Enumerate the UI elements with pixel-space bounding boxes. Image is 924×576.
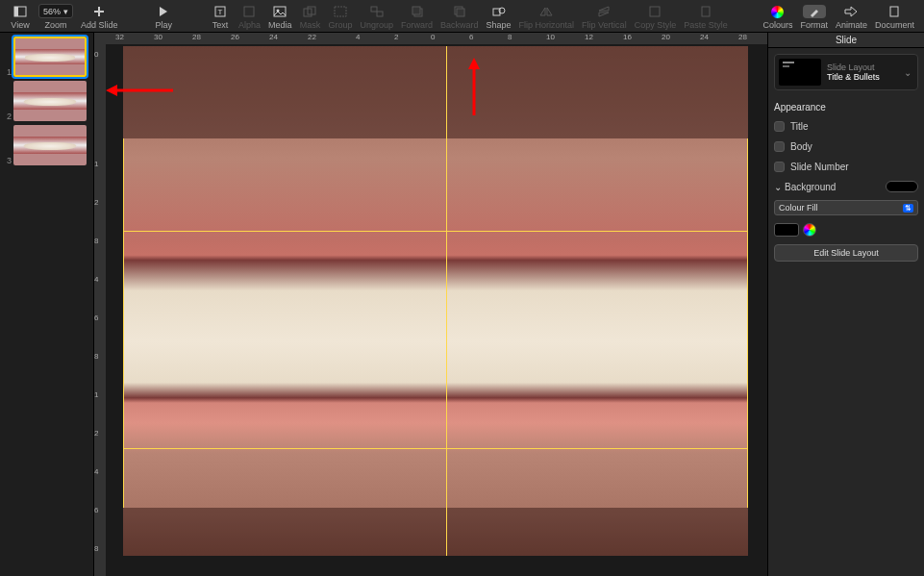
title-checkbox-row[interactable]: Title (774, 120, 918, 133)
svg-rect-5 (274, 7, 286, 16)
shape-icon (492, 5, 506, 18)
flip-horizontal-button: Flip Horizontal (515, 5, 579, 30)
colours-button[interactable]: Colours (759, 5, 796, 30)
slide-thumbnail[interactable] (13, 37, 87, 77)
text-icon: T (214, 5, 226, 18)
background-disclosure[interactable]: ⌄ Background (774, 182, 836, 192)
mask-icon (303, 5, 316, 18)
crop-guide-left[interactable] (123, 138, 124, 508)
ruler-vertical: 0 1 2 8 4 6 8 1 2 4 6 8 (94, 44, 106, 576)
annotation-arrow-up (467, 58, 481, 115)
slide-thumbnail[interactable] (13, 125, 87, 165)
media-icon (273, 5, 287, 18)
vertical-guide[interactable] (446, 46, 447, 556)
svg-text:T: T (217, 8, 222, 16)
forward-icon (412, 5, 423, 18)
ungroup-icon (370, 5, 384, 18)
svg-rect-10 (371, 7, 377, 12)
text-button[interactable]: T Text (206, 5, 235, 30)
document-button[interactable]: Document (871, 5, 918, 30)
copy-style-icon (649, 5, 661, 18)
body-checkbox[interactable] (774, 141, 785, 152)
background-row: ⌄ Background (774, 181, 918, 192)
toolbar: View 56%▾ Zoom Add Slide Play T Text Alp… (0, 0, 924, 33)
edit-slide-layout-button[interactable]: Edit Slide Layout (774, 244, 918, 262)
forward-button: Forward (397, 5, 437, 30)
slide-number-checkbox-row[interactable]: Slide Number (774, 161, 918, 173)
background-fill-select[interactable]: Colour Fill ⇅ (774, 200, 918, 215)
mask-button: Mask (295, 5, 324, 30)
colour-wheel-icon[interactable] (803, 223, 816, 237)
view-icon (13, 5, 27, 18)
background-swatch[interactable] (886, 181, 918, 192)
select-stepper-icon: ⇅ (903, 204, 913, 213)
body-checkbox-row[interactable]: Body (774, 140, 918, 153)
shape-button[interactable]: Shape (483, 5, 515, 30)
canvas-area[interactable]: 32 30 28 26 24 22 0 2 4 6 8 10 12 16 20 … (94, 33, 767, 576)
animate-button[interactable]: Animate (832, 5, 871, 30)
plus-icon (93, 5, 105, 18)
flip-h-icon (539, 5, 553, 18)
brush-icon (803, 5, 826, 18)
add-slide-button[interactable]: Add Slide (77, 5, 122, 30)
backward-icon (454, 5, 465, 18)
svg-rect-4 (244, 7, 254, 16)
alpha-button: Alpha (235, 5, 264, 30)
title-checkbox[interactable] (774, 121, 785, 132)
paste-style-icon (700, 5, 712, 18)
main-area: 1 2 3 32 30 28 26 24 22 0 2 4 6 8 10 12 (0, 33, 924, 576)
nav-slide-1[interactable]: 1 (4, 37, 89, 77)
document-icon (888, 5, 900, 18)
svg-rect-20 (890, 7, 898, 16)
layout-thumbnail-icon (779, 59, 821, 86)
group-button: Group (324, 5, 356, 30)
slide-canvas[interactable] (123, 46, 748, 556)
animate-icon (844, 5, 858, 18)
section-appearance: Appearance (774, 98, 918, 113)
copy-style-button: Copy Style (631, 5, 681, 30)
alpha-icon (243, 5, 255, 18)
media-button[interactable]: Media (264, 5, 296, 30)
chevron-down-icon: ⌄ (902, 67, 913, 78)
inspector-tab-slide[interactable]: Slide (768, 33, 924, 48)
colour-wheel-icon (771, 5, 784, 18)
backward-button: Backward (437, 5, 483, 30)
nav-slide-3[interactable]: 3 (4, 125, 89, 165)
group-icon (334, 5, 347, 18)
play-icon (159, 5, 168, 18)
play-button[interactable]: Play (149, 5, 178, 30)
slide-number-checkbox[interactable] (774, 162, 785, 172)
zoom-control[interactable]: 56%▾ Zoom (35, 4, 77, 30)
svg-rect-19 (702, 7, 710, 16)
ruler-horizontal: 32 30 28 26 24 22 0 2 4 6 8 10 12 16 20 … (106, 33, 767, 44)
slide-layout-selector[interactable]: Slide Layout Title & Bullets ⌄ (774, 54, 918, 90)
flip-v-icon (597, 5, 611, 18)
zoom-value-display[interactable]: 56%▾ (38, 4, 73, 18)
svg-rect-13 (412, 7, 420, 14)
crop-guide-top[interactable] (123, 231, 748, 232)
crop-guide-bottom[interactable] (123, 448, 748, 449)
chevron-down-icon: ▾ (63, 7, 68, 16)
svg-rect-15 (457, 9, 464, 16)
crop-overlay (123, 46, 748, 556)
svg-rect-11 (377, 12, 383, 16)
ruler-corner (94, 33, 106, 44)
svg-rect-9 (335, 7, 346, 16)
svg-rect-1 (14, 7, 18, 16)
flip-vertical-button: Flip Vertical (578, 5, 631, 30)
svg-rect-18 (650, 7, 660, 16)
paste-style-button: Paste Style (680, 5, 732, 30)
chevron-down-icon: ⌄ (774, 182, 782, 192)
format-button[interactable]: Format (796, 5, 832, 30)
crop-guide-right[interactable] (747, 138, 748, 508)
slide-navigator[interactable]: 1 2 3 (0, 33, 94, 576)
inspector-panel: Slide Slide Layout Title & Bullets ⌄ App… (767, 33, 924, 576)
annotation-arrow-left (106, 84, 173, 97)
ungroup-button: Ungroup (356, 5, 397, 30)
colour-well[interactable] (774, 223, 799, 237)
view-button[interactable]: View (6, 5, 35, 30)
nav-slide-2[interactable]: 2 (4, 81, 89, 121)
slide-thumbnail[interactable] (13, 81, 87, 121)
